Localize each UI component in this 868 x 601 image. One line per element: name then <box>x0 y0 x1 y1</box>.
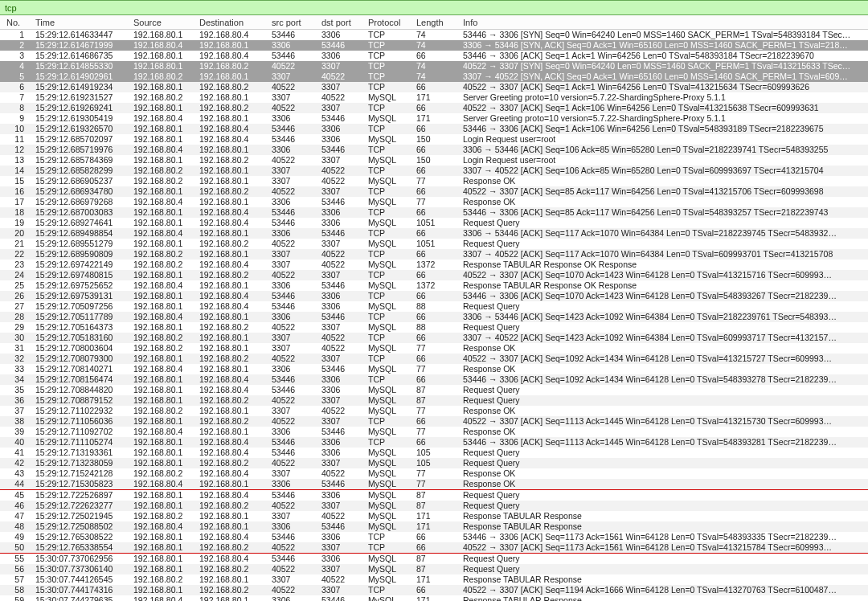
packet-time: 15:29:12.765308522 <box>32 532 130 542</box>
packet-time: 15:29:12.619326570 <box>32 124 130 134</box>
header-source[interactable]: Source <box>130 16 196 29</box>
packet-row[interactable]: 4315:29:12.715242128192.168.80.2192.168.… <box>0 468 868 479</box>
packet-row[interactable]: 5915:30:07.744279635192.168.80.4192.168.… <box>0 595 868 601</box>
packet-row[interactable]: 3515:29:12.708844820192.168.80.1192.168.… <box>0 385 868 395</box>
packet-row[interactable]: 5515:30:07.737062956192.168.80.1192.168.… <box>0 554 868 564</box>
packet-row[interactable]: 1115:29:12.685702097192.168.80.1192.168.… <box>0 134 868 145</box>
packet-dport: 3307 <box>318 270 365 280</box>
packet-no: 13 <box>3 155 32 166</box>
packet-row[interactable]: 2815:29:12.705117789192.168.80.4192.168.… <box>0 312 868 322</box>
packet-row[interactable]: 2115:29:12.689551279192.168.80.1192.168.… <box>0 239 868 249</box>
packet-no: 29 <box>3 322 32 333</box>
packet-dst: 192.168.80.2 <box>196 585 268 595</box>
packet-len: 105 <box>413 458 460 468</box>
packet-sport: 3307 <box>268 343 318 354</box>
packet-row[interactable]: 3315:29:12.708140271192.168.80.4192.168.… <box>0 364 868 374</box>
packet-row[interactable]: 215:29:12.614671999192.168.80.4192.168.8… <box>0 40 868 51</box>
packet-row[interactable]: 2515:29:12.697525652192.168.80.4192.168.… <box>0 280 868 291</box>
packet-row[interactable]: 415:29:12.614855330192.168.80.1192.168.8… <box>0 61 868 72</box>
packet-proto: MySQL <box>365 343 413 354</box>
packet-row[interactable]: 1215:29:12.685719976192.168.80.4192.168.… <box>0 145 868 155</box>
packet-row[interactable]: 1715:29:12.686979268192.168.80.4192.168.… <box>0 197 868 207</box>
packet-time: 15:29:12.614902961 <box>32 72 130 82</box>
packet-row[interactable]: 1815:29:12.687003083192.168.80.1192.168.… <box>0 207 868 218</box>
header-dstport[interactable]: dst port <box>318 16 365 29</box>
packet-row[interactable]: 1615:29:12.686934780192.168.80.1192.168.… <box>0 186 868 197</box>
packet-time: 15:29:12.686905237 <box>32 176 130 186</box>
packet-src: 192.168.80.2 <box>130 406 196 416</box>
packet-row[interactable]: 5715:30:07.744126545192.168.80.2192.168.… <box>0 574 868 585</box>
packet-row[interactable]: 2315:29:12.697422149192.168.80.2192.168.… <box>0 260 868 270</box>
packet-row[interactable]: 1915:29:12.689274641192.168.80.1192.168.… <box>0 218 868 228</box>
packet-row[interactable]: 4215:29:12.713238059192.168.80.1192.168.… <box>0 458 868 468</box>
packet-row[interactable]: 4715:29:12.725021945192.168.80.2192.168.… <box>0 511 868 521</box>
packet-row[interactable]: 4115:29:12.713193361192.168.80.1192.168.… <box>0 448 868 458</box>
packet-row[interactable]: 515:29:12.614902961192.168.80.2192.168.8… <box>0 72 868 82</box>
header-length[interactable]: Length <box>413 16 460 29</box>
packet-row[interactable]: 3615:29:12.708879152192.168.80.1192.168.… <box>0 395 868 406</box>
packet-row[interactable]: 115:29:12.614633447192.168.80.1192.168.8… <box>0 30 868 40</box>
packet-sport: 3307 <box>268 72 318 82</box>
packet-row[interactable]: 3215:29:12.708079300192.168.80.1192.168.… <box>0 354 868 364</box>
packet-proto: MySQL <box>365 448 413 458</box>
packet-row[interactable]: 5615:30:07.737306140192.168.80.1192.168.… <box>0 564 868 574</box>
header-srcport[interactable]: src port <box>268 16 318 29</box>
header-time[interactable]: Time <box>32 16 130 29</box>
packet-len: 66 <box>413 312 460 322</box>
header-dest[interactable]: Destination <box>196 16 268 29</box>
packet-row[interactable]: 3915:29:12.711092702192.168.80.4192.168.… <box>0 427 868 437</box>
packet-row[interactable]: 3815:29:12.711056036192.168.80.1192.168.… <box>0 416 868 427</box>
display-filter-input[interactable] <box>3 2 868 14</box>
packet-row[interactable]: 4915:29:12.765308522192.168.80.1192.168.… <box>0 532 868 542</box>
packet-time: 15:29:12.711092702 <box>32 427 130 437</box>
packet-row[interactable]: 815:29:12.619269241192.168.80.1192.168.8… <box>0 103 868 113</box>
header-no[interactable]: No. <box>3 16 32 29</box>
packet-row[interactable]: 4515:29:12.722526897192.168.80.1192.168.… <box>0 490 868 501</box>
packet-list-headers[interactable]: No. Time Source Destination src port dst… <box>0 15 868 30</box>
packet-row[interactable]: 5815:30:07.744174316192.168.80.1192.168.… <box>0 585 868 595</box>
packet-row[interactable]: 2615:29:12.697539131192.168.80.1192.168.… <box>0 291 868 301</box>
header-protocol[interactable]: Protocol <box>365 16 413 29</box>
packet-row[interactable]: 915:29:12.619305419192.168.80.4192.168.8… <box>0 113 868 124</box>
packet-row[interactable]: 5015:29:12.765338554192.168.80.1192.168.… <box>0 542 868 553</box>
packet-dport: 3306 <box>318 301 365 312</box>
packet-dport: 3306 <box>318 51 365 61</box>
header-info[interactable]: Info <box>460 16 868 29</box>
packet-row[interactable]: 3415:29:12.708156474192.168.80.1192.168.… <box>0 374 868 385</box>
packet-src: 192.168.80.4 <box>130 479 196 489</box>
packet-row[interactable]: 1015:29:12.619326570192.168.80.1192.168.… <box>0 124 868 134</box>
packet-sport: 53446 <box>268 301 318 312</box>
packet-row[interactable]: 4015:29:12.711105274192.168.80.1192.168.… <box>0 437 868 448</box>
packet-row[interactable]: 3015:29:12.705183160192.168.80.2192.168.… <box>0 333 868 343</box>
packet-row[interactable]: 3115:29:12.708003604192.168.80.2192.168.… <box>0 343 868 354</box>
packet-row[interactable]: 4615:29:12.722623277192.168.80.1192.168.… <box>0 501 868 511</box>
packet-row[interactable]: 2015:29:12.689498854192.168.80.4192.168.… <box>0 228 868 239</box>
packet-row[interactable]: 4815:29:12.725088502192.168.80.4192.168.… <box>0 521 868 532</box>
packet-row[interactable]: 2715:29:12.705097256192.168.80.1192.168.… <box>0 301 868 312</box>
packet-dport: 3307 <box>318 82 365 92</box>
packet-row[interactable]: 315:29:12.614686735192.168.80.1192.168.8… <box>0 51 868 61</box>
packet-src: 192.168.80.1 <box>130 270 196 280</box>
packet-row[interactable]: 615:29:12.614919234192.168.80.1192.168.8… <box>0 82 868 92</box>
packet-src: 192.168.80.4 <box>130 595 196 601</box>
packet-row[interactable]: 1515:29:12.686905237192.168.80.2192.168.… <box>0 176 868 186</box>
packet-info: 3306 → 53446 [ACK] Seq=117 Ack=1070 Win=… <box>460 228 868 239</box>
packet-src: 192.168.80.1 <box>130 532 196 542</box>
packet-row[interactable]: 1415:29:12.685828299192.168.80.2192.168.… <box>0 166 868 176</box>
packet-row[interactable]: 3715:29:12.711022932192.168.80.2192.168.… <box>0 406 868 416</box>
packet-proto: MySQL <box>365 197 413 207</box>
packet-row[interactable]: 2415:29:12.697480815192.168.80.1192.168.… <box>0 270 868 280</box>
packet-len: 88 <box>413 301 460 312</box>
packet-dst: 192.168.80.4 <box>196 218 268 228</box>
packet-row[interactable]: 2915:29:12.705164373192.168.80.1192.168.… <box>0 322 868 333</box>
packet-row[interactable]: 4415:29:12.715305823192.168.80.4192.168.… <box>0 479 868 489</box>
packet-len: 74 <box>413 40 460 51</box>
packet-row[interactable]: 715:29:12.619231527192.168.80.2192.168.8… <box>0 92 868 103</box>
packet-len: 77 <box>413 197 460 207</box>
packet-row[interactable]: 2215:29:12.689590809192.168.80.2192.168.… <box>0 249 868 260</box>
packet-sport: 40522 <box>268 239 318 249</box>
packet-row[interactable]: 1315:29:12.685784369192.168.80.1192.168.… <box>0 155 868 166</box>
packet-list-rows[interactable]: 115:29:12.614633447192.168.80.1192.168.8… <box>0 30 868 601</box>
packet-src: 192.168.80.4 <box>130 228 196 239</box>
packet-no: 48 <box>3 521 32 532</box>
